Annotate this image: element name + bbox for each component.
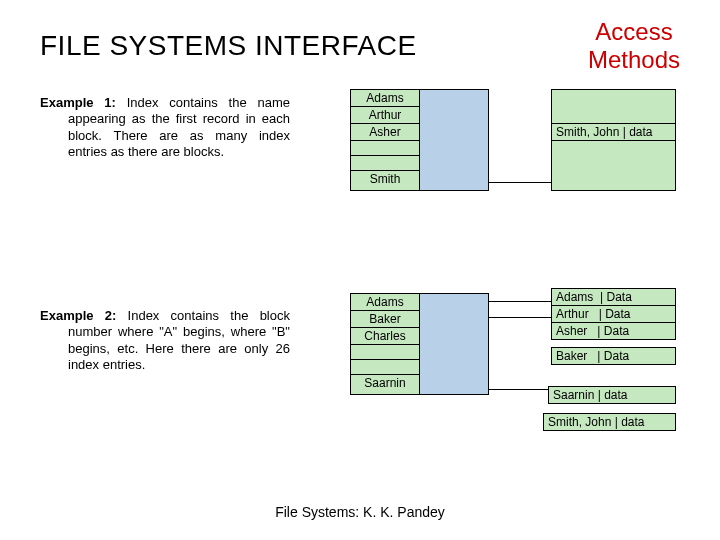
d2-idx-r0: Adams	[351, 294, 419, 311]
d2-a-r2: Asher | Data	[552, 323, 675, 339]
d2-index: Adams Baker Charles Saarnin	[350, 293, 420, 395]
d2-block-smith: Smith, John | data	[543, 413, 676, 431]
d2-idx-r1: Baker	[351, 311, 419, 328]
d1-idx-r2: Asher	[351, 124, 419, 141]
d1-data-r2	[552, 141, 675, 191]
d1-idx-r0: Adams	[351, 90, 419, 107]
d2-block-a: Adams | Data Arthur | Data Asher | Data	[551, 288, 676, 340]
connector-d2-s	[489, 389, 548, 390]
subtitle-line1: Access	[595, 18, 672, 45]
d1-data-r1: Smith, John | data	[552, 124, 675, 141]
d1-idx-r3	[351, 141, 419, 156]
connector-d2-a	[489, 301, 551, 302]
d2-idx-r3	[351, 345, 419, 360]
d1-idx-r4	[351, 156, 419, 171]
footer-text: File Systems: K. K. Pandey	[0, 504, 720, 520]
example-2-label: Example 2:	[40, 308, 116, 323]
d1-data-r0	[552, 90, 675, 124]
connector-d1	[489, 182, 551, 183]
d2-idx-r2: Charles	[351, 328, 419, 345]
d1-idx-r1: Arthur	[351, 107, 419, 124]
d2-block-s: Saarnin | data	[548, 386, 676, 404]
example-1-text: Example 1: Index contains the name appea…	[40, 95, 290, 160]
d2-idx-r4	[351, 360, 419, 375]
d1-bluecol	[419, 89, 489, 191]
d2-a-r1: Arthur | Data	[552, 306, 675, 323]
d2-block-b: Baker | Data	[551, 347, 676, 365]
example-1-label: Example 1:	[40, 95, 116, 110]
d1-idx-r5: Smith	[351, 171, 419, 187]
page-subtitle: Access Methods	[588, 18, 680, 73]
d2-a-r0: Adams | Data	[552, 289, 675, 306]
d2-b-r0: Baker | Data	[552, 348, 675, 364]
example-2-text: Example 2: Index contains the block numb…	[40, 308, 290, 373]
d2-bluecol	[419, 293, 489, 395]
d2-smith-r0: Smith, John | data	[544, 414, 675, 430]
d1-index: Adams Arthur Asher Smith	[350, 89, 420, 191]
subtitle-line2: Methods	[588, 46, 680, 73]
d1-data-block: Smith, John | data	[551, 89, 676, 191]
page-title: FILE SYSTEMS INTERFACE	[40, 30, 417, 62]
d2-idx-r5: Saarnin	[351, 375, 419, 391]
d2-s-r0: Saarnin | data	[549, 387, 675, 403]
connector-d2-b	[489, 317, 551, 318]
